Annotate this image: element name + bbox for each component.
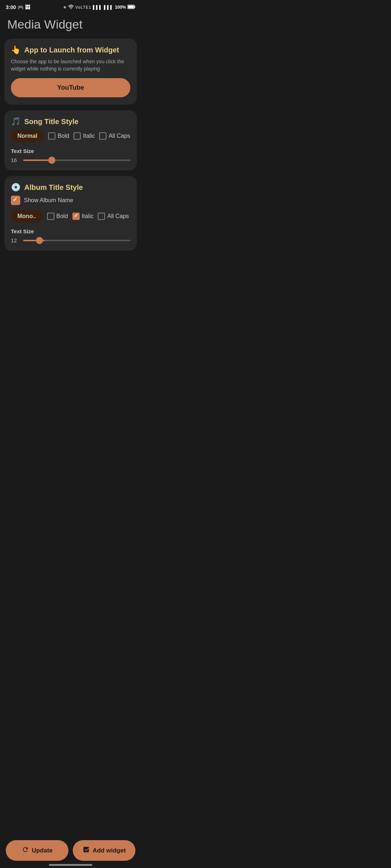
touch-icon: 👆 <box>11 45 21 55</box>
song-text-size-label: Text Size <box>11 148 130 154</box>
song-italic-group[interactable]: Italic <box>73 132 95 140</box>
album-slider-value: 12 <box>11 237 20 243</box>
song-slider-row: 16 <box>11 157 130 163</box>
album-bold-label: Bold <box>56 213 68 220</box>
album-allcaps-label: All Caps <box>107 213 129 220</box>
album-mono-button[interactable]: Mono.. <box>11 210 43 222</box>
album-text-size-slider[interactable] <box>23 240 130 241</box>
album-bold-checkbox[interactable] <box>47 213 54 220</box>
song-bold-checkbox[interactable] <box>48 132 55 140</box>
status-time: 3:00 🎮 🖼 <box>6 4 30 10</box>
battery-icon <box>127 5 135 10</box>
content-area: Media Widget 👆 App to Launch from Widget… <box>0 13 141 293</box>
svg-rect-3 <box>128 5 134 8</box>
song-text-size-slider[interactable] <box>23 159 130 161</box>
album-allcaps-checkbox[interactable] <box>98 213 105 220</box>
wifi-icon <box>68 4 74 10</box>
show-album-checkbox[interactable] <box>11 196 20 205</box>
song-style-options-row: Normal Bold Italic All Caps <box>11 130 130 142</box>
disc-icon: 💿 <box>11 183 21 192</box>
youtube-button[interactable]: YouTube <box>11 78 130 97</box>
song-slider-value: 16 <box>11 157 20 163</box>
song-normal-button[interactable]: Normal <box>11 130 44 142</box>
album-slider-row: 12 <box>11 237 130 243</box>
status-icons: ∗ VoLTE1 ▌▌▌ ▌▌▌ 100% <box>63 4 135 10</box>
svg-rect-2 <box>135 6 135 8</box>
album-text-size-label: Text Size <box>11 228 130 234</box>
bluetooth-icon: ∗ <box>63 5 67 10</box>
song-italic-checkbox[interactable] <box>73 132 81 140</box>
signal-icon: VoLTE1 ▌▌▌ ▌▌▌ <box>75 5 113 9</box>
emoji-icons: 🎮 🖼 <box>17 4 30 10</box>
battery-text: 100% <box>115 5 126 10</box>
svg-point-0 <box>71 8 72 9</box>
song-bold-group[interactable]: Bold <box>48 132 69 140</box>
page-title: Media Widget <box>0 13 141 39</box>
album-bold-group[interactable]: Bold <box>47 213 68 220</box>
album-style-header: 💿 Album Title Style <box>11 183 130 192</box>
app-launch-description: Choose the app to be launched when you c… <box>11 58 130 72</box>
song-style-header: 🎵 Song Title Style <box>11 117 130 126</box>
song-italic-label: Italic <box>83 133 95 139</box>
song-allcaps-label: All Caps <box>109 133 130 139</box>
app-launch-title: App to Launch from Widget <box>24 46 119 54</box>
app-launch-header: 👆 App to Launch from Widget <box>11 45 130 55</box>
song-allcaps-group[interactable]: All Caps <box>99 132 130 140</box>
album-title-style-card: 💿 Album Title Style Show Album Name Mono… <box>4 176 137 251</box>
song-allcaps-checkbox[interactable] <box>99 132 106 140</box>
album-italic-group[interactable]: Italic <box>72 213 94 220</box>
song-bold-label: Bold <box>58 133 69 139</box>
show-album-row: Show Album Name <box>11 196 130 205</box>
show-album-label: Show Album Name <box>24 197 73 204</box>
app-launch-card: 👆 App to Launch from Widget Choose the a… <box>4 39 137 105</box>
time-text: 3:00 <box>6 4 16 10</box>
album-italic-label: Italic <box>82 213 94 220</box>
song-title-style-card: 🎵 Song Title Style Normal Bold Italic Al… <box>4 110 137 170</box>
song-style-title: Song Title Style <box>24 118 79 126</box>
music-note-icon: 🎵 <box>11 117 21 126</box>
album-style-title: Album Title Style <box>24 183 83 192</box>
album-allcaps-group[interactable]: All Caps <box>98 213 129 220</box>
album-style-options-row: Mono.. Bold Italic All Caps <box>11 210 130 222</box>
status-bar: 3:00 🎮 🖼 ∗ VoLTE1 ▌▌▌ ▌▌▌ 100% <box>0 0 141 13</box>
album-italic-checkbox[interactable] <box>72 213 80 220</box>
